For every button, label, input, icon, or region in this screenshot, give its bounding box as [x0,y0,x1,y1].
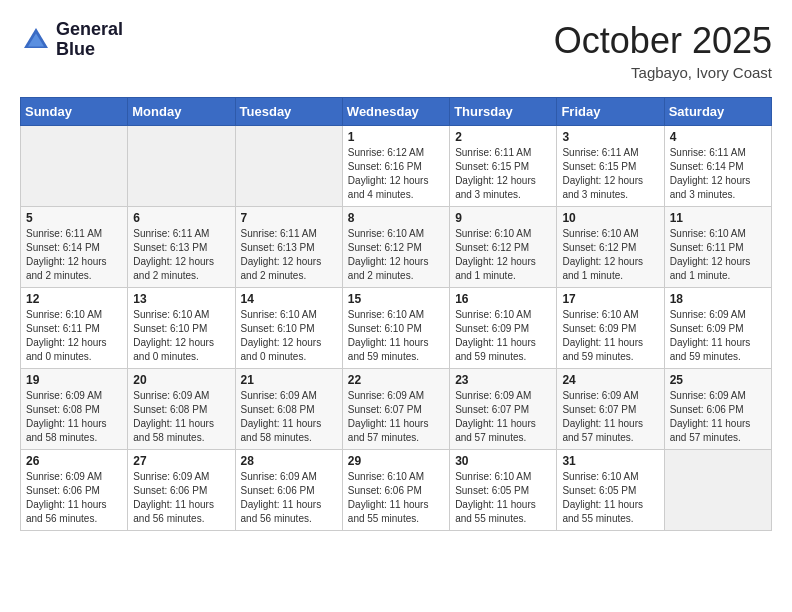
calendar-cell: 14Sunrise: 6:10 AMSunset: 6:10 PMDayligh… [235,288,342,369]
day-info: Sunrise: 6:11 AMSunset: 6:15 PMDaylight:… [562,146,658,202]
weekday-header-friday: Friday [557,98,664,126]
logo-text: General Blue [56,20,123,60]
day-number: 30 [455,454,551,468]
calendar-cell: 11Sunrise: 6:10 AMSunset: 6:11 PMDayligh… [664,207,771,288]
day-number: 16 [455,292,551,306]
calendar-cell: 9Sunrise: 6:10 AMSunset: 6:12 PMDaylight… [450,207,557,288]
day-number: 31 [562,454,658,468]
title-block: October 2025 Tagbayo, Ivory Coast [554,20,772,81]
day-info: Sunrise: 6:09 AMSunset: 6:09 PMDaylight:… [670,308,766,364]
location: Tagbayo, Ivory Coast [554,64,772,81]
week-row-2: 5Sunrise: 6:11 AMSunset: 6:14 PMDaylight… [21,207,772,288]
calendar-cell: 18Sunrise: 6:09 AMSunset: 6:09 PMDayligh… [664,288,771,369]
calendar-cell: 2Sunrise: 6:11 AMSunset: 6:15 PMDaylight… [450,126,557,207]
weekday-header-monday: Monday [128,98,235,126]
day-info: Sunrise: 6:09 AMSunset: 6:08 PMDaylight:… [26,389,122,445]
calendar-cell: 5Sunrise: 6:11 AMSunset: 6:14 PMDaylight… [21,207,128,288]
month-title: October 2025 [554,20,772,62]
day-number: 7 [241,211,337,225]
calendar-cell: 1Sunrise: 6:12 AMSunset: 6:16 PMDaylight… [342,126,449,207]
day-info: Sunrise: 6:09 AMSunset: 6:06 PMDaylight:… [26,470,122,526]
day-number: 11 [670,211,766,225]
day-info: Sunrise: 6:09 AMSunset: 6:07 PMDaylight:… [455,389,551,445]
calendar-cell [21,126,128,207]
day-number: 12 [26,292,122,306]
logo: General Blue [20,20,123,60]
page-header: General Blue October 2025 Tagbayo, Ivory… [20,20,772,81]
calendar-cell: 17Sunrise: 6:10 AMSunset: 6:09 PMDayligh… [557,288,664,369]
calendar-cell: 29Sunrise: 6:10 AMSunset: 6:06 PMDayligh… [342,450,449,531]
day-number: 17 [562,292,658,306]
day-number: 3 [562,130,658,144]
calendar-cell: 12Sunrise: 6:10 AMSunset: 6:11 PMDayligh… [21,288,128,369]
calendar-cell: 3Sunrise: 6:11 AMSunset: 6:15 PMDaylight… [557,126,664,207]
week-row-1: 1Sunrise: 6:12 AMSunset: 6:16 PMDaylight… [21,126,772,207]
day-number: 1 [348,130,444,144]
calendar-cell: 31Sunrise: 6:10 AMSunset: 6:05 PMDayligh… [557,450,664,531]
week-row-4: 19Sunrise: 6:09 AMSunset: 6:08 PMDayligh… [21,369,772,450]
calendar-cell: 13Sunrise: 6:10 AMSunset: 6:10 PMDayligh… [128,288,235,369]
day-number: 26 [26,454,122,468]
day-number: 2 [455,130,551,144]
day-number: 28 [241,454,337,468]
calendar-cell: 10Sunrise: 6:10 AMSunset: 6:12 PMDayligh… [557,207,664,288]
calendar-cell: 23Sunrise: 6:09 AMSunset: 6:07 PMDayligh… [450,369,557,450]
day-info: Sunrise: 6:10 AMSunset: 6:11 PMDaylight:… [670,227,766,283]
day-number: 18 [670,292,766,306]
day-number: 20 [133,373,229,387]
day-info: Sunrise: 6:09 AMSunset: 6:07 PMDaylight:… [562,389,658,445]
day-info: Sunrise: 6:09 AMSunset: 6:07 PMDaylight:… [348,389,444,445]
day-info: Sunrise: 6:10 AMSunset: 6:12 PMDaylight:… [455,227,551,283]
calendar-cell: 24Sunrise: 6:09 AMSunset: 6:07 PMDayligh… [557,369,664,450]
day-info: Sunrise: 6:11 AMSunset: 6:15 PMDaylight:… [455,146,551,202]
calendar-cell: 22Sunrise: 6:09 AMSunset: 6:07 PMDayligh… [342,369,449,450]
weekday-header-thursday: Thursday [450,98,557,126]
calendar-cell: 16Sunrise: 6:10 AMSunset: 6:09 PMDayligh… [450,288,557,369]
day-info: Sunrise: 6:12 AMSunset: 6:16 PMDaylight:… [348,146,444,202]
day-info: Sunrise: 6:10 AMSunset: 6:11 PMDaylight:… [26,308,122,364]
day-number: 27 [133,454,229,468]
calendar-cell: 6Sunrise: 6:11 AMSunset: 6:13 PMDaylight… [128,207,235,288]
day-number: 14 [241,292,337,306]
day-info: Sunrise: 6:10 AMSunset: 6:05 PMDaylight:… [562,470,658,526]
weekday-header-wednesday: Wednesday [342,98,449,126]
calendar-cell: 4Sunrise: 6:11 AMSunset: 6:14 PMDaylight… [664,126,771,207]
day-number: 25 [670,373,766,387]
calendar-cell: 21Sunrise: 6:09 AMSunset: 6:08 PMDayligh… [235,369,342,450]
day-info: Sunrise: 6:10 AMSunset: 6:10 PMDaylight:… [348,308,444,364]
calendar-cell [664,450,771,531]
calendar-cell: 20Sunrise: 6:09 AMSunset: 6:08 PMDayligh… [128,369,235,450]
calendar-cell: 27Sunrise: 6:09 AMSunset: 6:06 PMDayligh… [128,450,235,531]
day-number: 15 [348,292,444,306]
calendar-cell: 28Sunrise: 6:09 AMSunset: 6:06 PMDayligh… [235,450,342,531]
day-info: Sunrise: 6:10 AMSunset: 6:05 PMDaylight:… [455,470,551,526]
day-info: Sunrise: 6:10 AMSunset: 6:10 PMDaylight:… [133,308,229,364]
day-info: Sunrise: 6:11 AMSunset: 6:14 PMDaylight:… [26,227,122,283]
day-number: 21 [241,373,337,387]
day-number: 23 [455,373,551,387]
day-number: 8 [348,211,444,225]
day-number: 22 [348,373,444,387]
day-info: Sunrise: 6:09 AMSunset: 6:06 PMDaylight:… [133,470,229,526]
calendar-cell: 26Sunrise: 6:09 AMSunset: 6:06 PMDayligh… [21,450,128,531]
weekday-header-row: SundayMondayTuesdayWednesdayThursdayFrid… [21,98,772,126]
day-info: Sunrise: 6:10 AMSunset: 6:09 PMDaylight:… [562,308,658,364]
day-number: 10 [562,211,658,225]
day-info: Sunrise: 6:10 AMSunset: 6:06 PMDaylight:… [348,470,444,526]
calendar-cell [235,126,342,207]
day-info: Sunrise: 6:09 AMSunset: 6:08 PMDaylight:… [133,389,229,445]
weekday-header-tuesday: Tuesday [235,98,342,126]
calendar-cell: 15Sunrise: 6:10 AMSunset: 6:10 PMDayligh… [342,288,449,369]
day-number: 29 [348,454,444,468]
calendar-cell [128,126,235,207]
day-info: Sunrise: 6:11 AMSunset: 6:13 PMDaylight:… [133,227,229,283]
calendar-cell: 19Sunrise: 6:09 AMSunset: 6:08 PMDayligh… [21,369,128,450]
logo-icon [20,24,52,56]
day-number: 24 [562,373,658,387]
day-info: Sunrise: 6:10 AMSunset: 6:10 PMDaylight:… [241,308,337,364]
day-info: Sunrise: 6:09 AMSunset: 6:06 PMDaylight:… [241,470,337,526]
day-info: Sunrise: 6:11 AMSunset: 6:14 PMDaylight:… [670,146,766,202]
weekday-header-sunday: Sunday [21,98,128,126]
weekday-header-saturday: Saturday [664,98,771,126]
day-number: 5 [26,211,122,225]
